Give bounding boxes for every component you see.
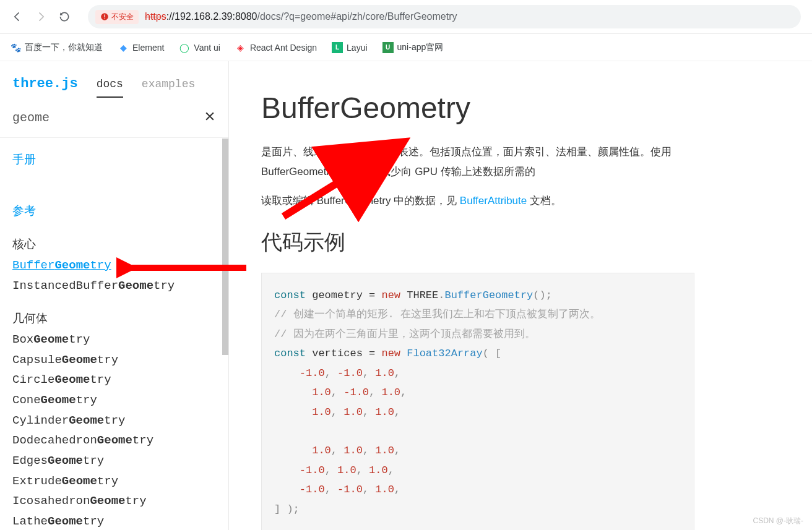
paw-icon: 🐾 xyxy=(10,42,21,53)
warning-icon xyxy=(100,12,109,21)
url-bar[interactable]: 不安全 https://192.168.2.39:8080/docs/?q=ge… xyxy=(88,5,801,28)
svg-rect-1 xyxy=(104,15,105,18)
search-input[interactable]: geome xyxy=(12,111,50,125)
sidebar-item-edgesgeometry[interactable]: EdgesGeometry xyxy=(12,451,216,471)
link-buffer-attribute[interactable]: BufferAttribute xyxy=(460,195,527,207)
code-block: const geometry = new THREE.BufferGeometr… xyxy=(261,273,694,530)
category-geometries: 几何体 xyxy=(12,309,216,330)
browser-toolbar: 不安全 https://192.168.2.39:8080/docs/?q=ge… xyxy=(0,0,812,34)
sidebar-item-buffergeometry[interactable]: BufferGeometry xyxy=(12,255,216,276)
clear-search-icon[interactable] xyxy=(204,109,216,126)
bookmark-vant[interactable]: ◯Vant ui xyxy=(179,42,220,53)
sidebar-item-icosahedrongeometry[interactable]: IcosahedronGeometry xyxy=(12,491,216,511)
main-content: BufferGeometry 是面片、线或点几何体的有效表述。包括顶点位置，面片… xyxy=(229,61,812,530)
bookmark-react-ant[interactable]: ◈React Ant Design xyxy=(235,42,317,53)
back-button[interactable] xyxy=(11,11,24,23)
section-code-example: 代码示例 xyxy=(261,228,812,257)
bookmark-uniapp[interactable]: Uuni-app官网 xyxy=(382,42,444,53)
bookmarks-bar: 🐾百度一下，你就知道 ◆Element ◯Vant ui ◈React Ant … xyxy=(0,34,812,61)
sidebar-item-extrudegeometry[interactable]: ExtrudeGeometry xyxy=(12,471,216,492)
logo-icon: U xyxy=(382,42,394,53)
section-reference[interactable]: 参考 xyxy=(12,202,216,222)
logo-icon: ◆ xyxy=(118,42,129,53)
logo-icon: ◯ xyxy=(179,42,190,53)
sidebar: three.js docs examples geome 手册 参考 核心 Bu… xyxy=(0,61,229,530)
sidebar-item-circlegeometry[interactable]: CircleGeometry xyxy=(12,370,216,390)
svg-rect-2 xyxy=(104,18,105,19)
sidebar-item-capsulegeometry[interactable]: CapsuleGeometry xyxy=(12,350,216,370)
page-title: BufferGeometry xyxy=(261,91,812,125)
description-2: 读取或编辑 BufferGeometry 中的数据，见 BufferAttrib… xyxy=(261,191,694,211)
logo-icon: ◈ xyxy=(235,42,246,53)
category-core: 核心 xyxy=(12,235,216,255)
sidebar-item-lathegeometry[interactable]: LatheGeometry xyxy=(12,511,216,530)
forward-button[interactable] xyxy=(35,11,47,23)
sidebar-item-instancedbuffergeometry[interactable]: InstancedBufferGeometry xyxy=(12,276,216,296)
reload-button[interactable] xyxy=(58,11,71,23)
description-1: 是面片、线或点几何体的有效表述。包括顶点位置，面片索引、法相量、颜属性值。使用 … xyxy=(261,142,694,182)
sidebar-item-conegeometry[interactable]: ConeGeometry xyxy=(12,390,216,411)
watermark: CSDN @-耿瑞- xyxy=(753,516,803,526)
sidebar-nav: 手册 参考 核心 BufferGeometryInstancedBufferGe… xyxy=(0,138,228,530)
logo-icon: L xyxy=(332,42,343,53)
bookmark-element[interactable]: ◆Element xyxy=(118,42,164,53)
sidebar-item-boxgeometry[interactable]: BoxGeometry xyxy=(12,330,216,350)
not-secure-chip: 不安全 xyxy=(95,10,139,24)
tab-docs[interactable]: docs xyxy=(97,78,123,98)
section-manual[interactable]: 手册 xyxy=(12,150,216,171)
sidebar-item-dodecahedrongeometry[interactable]: DodecahedronGeometry xyxy=(12,430,216,451)
scrollbar[interactable] xyxy=(222,139,228,355)
tab-examples[interactable]: examples xyxy=(142,78,195,96)
bookmark-layui[interactable]: LLayui xyxy=(332,42,367,53)
sidebar-item-cylindergeometry[interactable]: CylinderGeometry xyxy=(12,411,216,431)
not-secure-label: 不安全 xyxy=(111,12,134,22)
bookmark-baidu[interactable]: 🐾百度一下，你就知道 xyxy=(10,42,103,53)
logo[interactable]: three.js xyxy=(12,76,78,92)
url-text: https://192.168.2.39:8080/docs/?q=geome#… xyxy=(145,11,457,22)
